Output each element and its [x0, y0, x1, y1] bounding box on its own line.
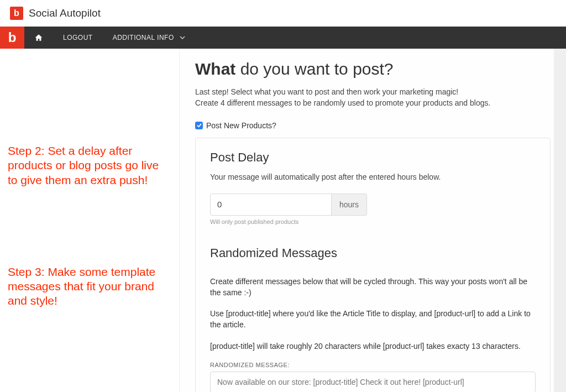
randomized-p2: Use [product-title] where you'd like the… [210, 308, 536, 331]
randomized-heading: Randomized Messages [210, 246, 536, 260]
randomized-section: Randomized Messages Create different mes… [210, 246, 536, 392]
nav-home[interactable] [24, 27, 53, 49]
post-delay-input[interactable] [210, 194, 332, 216]
logo-letter: b [14, 8, 19, 18]
annotation-step-3: Step 3: Make some template messages that… [8, 265, 168, 309]
randomized-message-input[interactable] [210, 372, 536, 392]
nav-additional-info-label: ADDITIONAL INFO [113, 34, 174, 41]
page-title: What do you want to post? [195, 60, 551, 79]
post-delay-description: Your message will automatically post aft… [210, 173, 536, 181]
main-content: What do you want to post? Last step! Sel… [179, 49, 566, 392]
annotation-step-2: Step 2: Set a delay after products or bl… [8, 144, 168, 187]
post-delay-hint: Will only post published products [210, 218, 536, 225]
right-gutter [554, 49, 566, 392]
page-subtitle: Last step! Select what you want to post … [195, 86, 551, 109]
randomized-p3: [product-title] will take roughly 20 cha… [210, 341, 536, 352]
post-new-products-row[interactable]: Post New Products? [195, 121, 551, 130]
nav-logo-icon: b [8, 30, 17, 45]
home-icon [34, 34, 43, 41]
chevron-down-icon [180, 36, 185, 39]
page-title-bold: What [195, 60, 235, 78]
page-title-rest: do you want to post? [235, 60, 393, 78]
app-title: Social Autopilot [29, 7, 101, 19]
check-icon [197, 123, 202, 128]
post-delay-unit: hours [332, 194, 367, 216]
post-delay-heading: Post Delay [210, 150, 536, 165]
randomized-p1: Create different messages below that wil… [210, 276, 536, 299]
randomized-field-label: RANDOMIZED MESSAGE: [210, 362, 536, 368]
nav-logout-label: LOGOUT [63, 34, 93, 41]
post-new-products-label: Post New Products? [206, 121, 276, 130]
post-new-products-checkbox[interactable] [195, 122, 203, 129]
app-logo-icon: b [10, 7, 23, 20]
app-header: b Social Autopilot [0, 0, 566, 27]
nav-logout[interactable]: LOGOUT [53, 27, 103, 49]
subtitle-line-2: Create 4 different messages to be random… [195, 98, 490, 107]
nav-logo[interactable]: b [0, 27, 24, 49]
nav-additional-info[interactable]: ADDITIONAL INFO [103, 27, 195, 49]
post-delay-input-row: hours [210, 194, 536, 216]
main-nav: b LOGOUT ADDITIONAL INFO [0, 27, 566, 49]
subtitle-line-1: Last step! Select what you want to post … [195, 87, 458, 96]
settings-panel: Post Delay Your message will automatical… [195, 138, 551, 392]
sidebar-annotations: Step 2: Set a delay after products or bl… [0, 49, 179, 392]
